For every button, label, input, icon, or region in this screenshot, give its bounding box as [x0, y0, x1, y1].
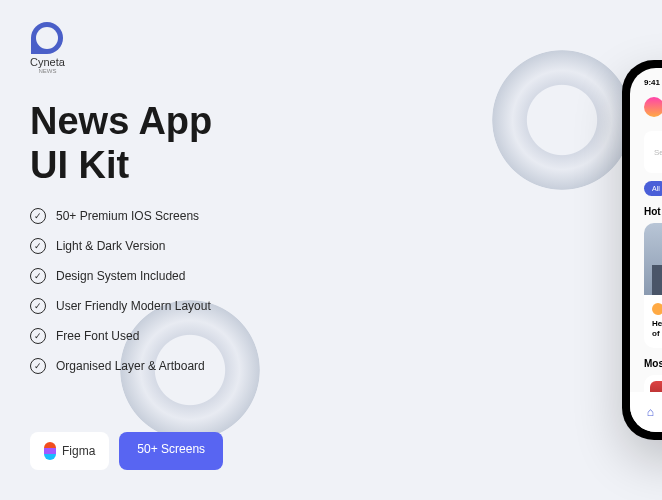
page-title: News App UI Kit	[30, 100, 212, 187]
feature-item: ✓Design System Included	[30, 268, 211, 284]
feature-list: ✓50+ Premium IOS Screens ✓Light & Dark V…	[30, 208, 211, 388]
check-icon: ✓	[30, 208, 46, 224]
card-image	[644, 223, 662, 295]
author-avatar	[652, 303, 662, 315]
screens-label: 50+ Screens	[137, 442, 205, 456]
logo-icon	[31, 22, 63, 54]
decoration-torus	[492, 50, 632, 190]
most-popular-title: Most Popular	[644, 358, 662, 369]
feature-item: ✓Organised Layer & Artboard	[30, 358, 211, 374]
button-row: Figma 50+ Screens	[30, 432, 223, 470]
feature-item: ✓Light & Dark Version	[30, 238, 211, 254]
screens-button[interactable]: 50+ Screens	[119, 432, 223, 470]
welcome-row: Welcome Back 👋 Leslie Alexander 🔔	[630, 91, 662, 123]
brand-logo: Cyneta NEWS	[30, 22, 65, 74]
feature-item: ✓User Friendly Modern Layout	[30, 298, 211, 314]
phone-mockup-1: 9:41📶 Welcome Back 👋 Leslie Alexander 🔔 …	[622, 60, 662, 440]
heading-line2: UI Kit	[30, 144, 129, 186]
search-bar[interactable]: Search ⚙	[644, 131, 662, 173]
brand-name: Cyneta	[30, 56, 65, 68]
most-popular-header: Most Popular View All	[630, 348, 662, 375]
category-row: All 📚 Education 💡 Technology 🔖 Bookmar	[630, 181, 662, 196]
figma-icon	[44, 442, 56, 460]
feature-item: ✓Free Font Used	[30, 328, 211, 344]
brand-sub: NEWS	[38, 68, 56, 74]
tab-home-icon[interactable]: ⌂	[647, 405, 654, 419]
hot-topics-header: Hot Topics View All	[630, 196, 662, 223]
check-icon: ✓	[30, 238, 46, 254]
feature-item: ✓50+ Premium IOS Screens	[30, 208, 211, 224]
news-card[interactable]: Jane Cooper Here's What Happened in the …	[644, 223, 662, 348]
avatar[interactable]	[644, 97, 662, 117]
tab-bar: ⌂ ◎ ▣ ☰	[630, 392, 662, 432]
card-title: Here's What Happened in the City of Lond…	[652, 319, 662, 340]
search-placeholder: Search	[654, 148, 662, 157]
hot-topics-title: Hot Topics	[644, 206, 662, 217]
status-bar: 9:41📶	[630, 68, 662, 91]
figma-label: Figma	[62, 444, 95, 458]
check-icon: ✓	[30, 358, 46, 374]
check-icon: ✓	[30, 268, 46, 284]
check-icon: ✓	[30, 328, 46, 344]
author-row: Jane Cooper	[652, 303, 662, 315]
category-all[interactable]: All	[644, 181, 662, 196]
heading-line1: News App	[30, 100, 212, 142]
figma-button[interactable]: Figma	[30, 432, 109, 470]
check-icon: ✓	[30, 298, 46, 314]
